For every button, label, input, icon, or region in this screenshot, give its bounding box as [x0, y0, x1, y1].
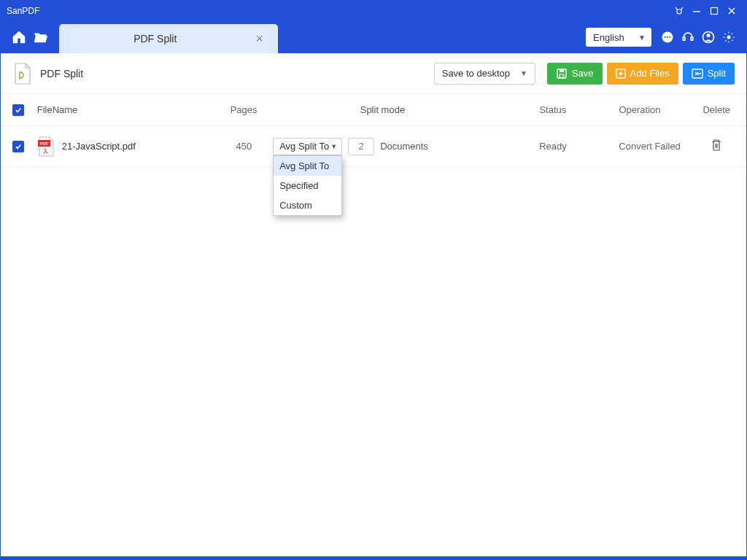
- trash-icon: [711, 139, 722, 152]
- svg-text:PDF: PDF: [39, 141, 48, 146]
- split-mode-select[interactable]: Avg Split To ▼: [273, 138, 342, 155]
- tab-pdf-split[interactable]: PDF Split ×: [59, 24, 278, 53]
- col-pages: Pages: [214, 104, 272, 115]
- svg-point-5: [669, 36, 670, 38]
- save-icon: [556, 68, 568, 79]
- svg-point-4: [667, 36, 668, 38]
- split-label: Split: [708, 68, 726, 79]
- language-value: English: [593, 32, 624, 43]
- dropdown-option-specified[interactable]: Specified: [274, 176, 341, 195]
- tab-close-icon[interactable]: ×: [251, 31, 268, 47]
- topbar: PDF Split × English ▼: [1, 21, 746, 53]
- svg-rect-11: [560, 74, 564, 77]
- app-title: SanPDF: [7, 6, 670, 16]
- svg-rect-10: [560, 69, 564, 72]
- add-files-label: Add Files: [630, 68, 670, 79]
- support-icon[interactable]: [678, 27, 698, 47]
- home-button[interactable]: [8, 26, 30, 48]
- row-operation: Convert Failed: [619, 141, 698, 152]
- save-button[interactable]: Save: [547, 63, 603, 85]
- save-location-dropdown[interactable]: Save to desktop ▼: [434, 63, 535, 85]
- language-selector[interactable]: English ▼: [586, 28, 651, 47]
- minimize-button[interactable]: [688, 2, 705, 20]
- plus-icon: [616, 69, 626, 79]
- close-button[interactable]: [723, 2, 740, 20]
- document-icon: [12, 62, 33, 85]
- open-file-button[interactable]: [30, 26, 52, 48]
- col-delete: Delete: [698, 104, 735, 115]
- footer-bar: [1, 556, 746, 559]
- caret-down-icon: ▼: [638, 34, 646, 42]
- settings-icon[interactable]: [719, 27, 739, 47]
- maximize-button[interactable]: [705, 2, 723, 20]
- col-split-mode: Split mode: [273, 104, 540, 115]
- row-checkbox[interactable]: [12, 141, 24, 152]
- dropdown-option-avg[interactable]: Avg Split To: [274, 156, 341, 176]
- tab-label: PDF Split: [59, 33, 251, 44]
- col-filename: FileName: [37, 104, 215, 115]
- split-count-suffix: Documents: [380, 141, 428, 152]
- row-status: Ready: [539, 141, 619, 152]
- delete-row-button[interactable]: [711, 139, 722, 152]
- save-label: Save: [572, 68, 594, 79]
- split-icon: [692, 68, 703, 79]
- pdf-file-icon: PDF: [37, 136, 55, 157]
- titlebar: SanPDF: [1, 1, 746, 21]
- select-all-checkbox[interactable]: [12, 104, 24, 116]
- row-pages: 450: [215, 141, 273, 152]
- dropdown-option-custom[interactable]: Custom: [274, 195, 341, 215]
- svg-point-8: [727, 36, 731, 39]
- save-location-label: Save to desktop: [442, 68, 510, 79]
- col-status: Status: [539, 104, 619, 115]
- toolbar: PDF Split Save to desktop ▼ Save Add Fil…: [1, 53, 746, 94]
- table-row: PDF 21-JavaScript.pdf 450 Avg Split To ▼…: [1, 126, 746, 167]
- svg-rect-1: [711, 8, 718, 15]
- col-operation: Operation: [619, 104, 698, 115]
- table-header: FileName Pages Split mode Status Operati…: [1, 94, 746, 126]
- split-mode-dropdown-menu: Avg Split To Specified Custom: [273, 155, 342, 216]
- svg-point-3: [665, 36, 666, 38]
- split-count-input[interactable]: [348, 138, 374, 155]
- svg-point-7: [707, 34, 711, 37]
- feedback-icon[interactable]: [657, 27, 678, 47]
- page-title: PDF Split: [40, 68, 83, 79]
- split-button[interactable]: Split: [683, 63, 735, 85]
- caret-down-icon: ▼: [520, 69, 527, 77]
- caret-down-icon: ▼: [330, 143, 337, 150]
- add-files-button[interactable]: Add Files: [607, 63, 678, 85]
- split-mode-value: Avg Split To: [279, 141, 329, 152]
- theme-icon[interactable]: [670, 2, 688, 20]
- row-filename: 21-JavaScript.pdf: [62, 141, 136, 152]
- account-icon[interactable]: [698, 27, 719, 47]
- svg-rect-0: [693, 11, 700, 12]
